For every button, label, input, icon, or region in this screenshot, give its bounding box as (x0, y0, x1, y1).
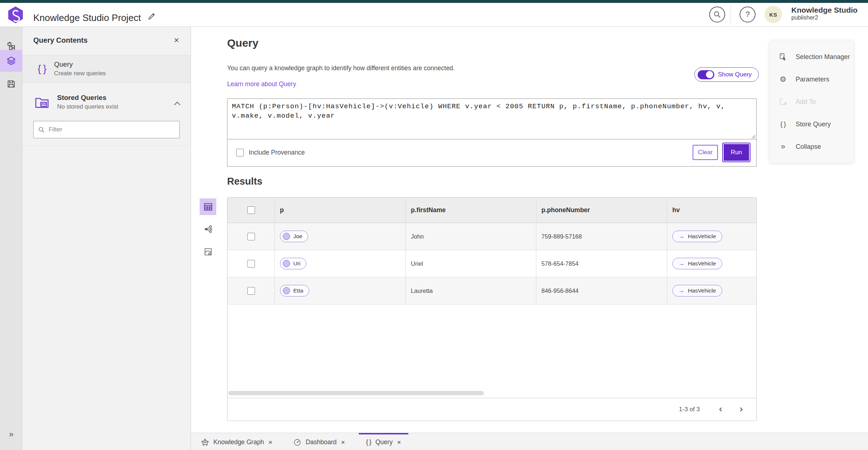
relationship-arrow-icon: → (678, 260, 685, 267)
pencil-icon (147, 12, 156, 21)
double-chevron-right-icon: » (778, 142, 788, 151)
chevron-right-icon (738, 407, 744, 412)
close-tab-icon[interactable]: × (397, 438, 401, 446)
entity-pill[interactable]: Joe (280, 231, 308, 242)
account-role: publisher2 (791, 14, 858, 21)
select-all-checkbox[interactable] (247, 206, 255, 214)
query-editor-container: MATCH (p:Person)-[hv:HasVehicle]->(v:Veh… (227, 98, 757, 167)
query-item-title: Query (54, 60, 106, 68)
row-checkbox[interactable] (247, 287, 255, 295)
table-body: Joe John 759-889-57168 →HasVehicle Uri U… (227, 223, 756, 304)
rail-save-button[interactable] (0, 73, 22, 95)
toggle-knob (706, 71, 713, 78)
braces-icon: { } (38, 63, 46, 75)
toggle-switch-on[interactable] (698, 70, 714, 79)
query-contents-panel: Query Contents × { } Query Create new qu… (22, 27, 191, 450)
header-divider (731, 4, 731, 25)
query-item-subtitle: Create new queries (54, 70, 106, 77)
query-contents-item-stored[interactable]: Stored Queries No stored queries exist (22, 89, 191, 116)
gear-icon: ⚙ (778, 75, 788, 84)
relationship-pill[interactable]: →HasVehicle (672, 231, 722, 242)
row-checkbox[interactable] (247, 233, 255, 240)
selection-manager-button[interactable]: Selection Manager (770, 46, 854, 68)
rail-layers-button[interactable] (0, 50, 22, 72)
entity-pill[interactable]: Etta (280, 285, 309, 297)
tab-query[interactable]: { } Query × (359, 433, 408, 450)
knowledge-studio-app: Knowledge Studio Project ? KS Knowledge … (0, 0, 868, 450)
table-row[interactable]: Uri Uriel 578-654-7854 →HasVehicle (227, 250, 756, 277)
tab-dashboard[interactable]: Dashboard × (286, 433, 352, 450)
column-header-firstname[interactable]: p.firstName (406, 198, 536, 223)
divider (22, 146, 191, 146)
learn-more-link[interactable]: Learn more about Query (227, 80, 296, 88)
dashboard-gauge-icon (293, 438, 301, 446)
query-contents-title: Query Contents (33, 36, 88, 45)
relationship-arrow-icon: → (678, 287, 685, 294)
cell-phonenumber: 578-654-7854 (536, 250, 667, 277)
entity-pill[interactable]: Uri (280, 258, 306, 269)
add-to-button: Add To (770, 91, 854, 113)
parameters-button[interactable]: ⚙ Parameters (770, 68, 854, 91)
action-label: Add To (796, 98, 816, 106)
filter-input[interactable] (48, 126, 175, 133)
entity-icon (283, 260, 290, 267)
previous-page-button[interactable] (715, 404, 727, 415)
link-chart-view-button[interactable] (200, 221, 216, 237)
top-accent-strip (0, 0, 868, 3)
table-row[interactable]: Joe John 759-889-57168 →HasVehicle (227, 223, 756, 250)
cell-phonenumber: 759-889-57168 (536, 223, 667, 250)
braces-icon: { } (778, 120, 788, 128)
query-text-input[interactable]: MATCH (p:Person)-[hv:HasVehicle]->(v:Veh… (227, 99, 756, 139)
query-actions-panel: Selection Manager ⚙ Parameters Add To { … (770, 41, 854, 163)
search-icon (713, 10, 721, 18)
left-rail: » (0, 27, 22, 450)
relationship-pill[interactable]: →HasVehicle (672, 285, 722, 297)
entity-icon (283, 287, 290, 294)
row-checkbox[interactable] (247, 260, 255, 268)
column-header-phonenumber[interactable]: p.phoneNumber (536, 198, 667, 223)
store-query-button[interactable]: { } Store Query (770, 113, 854, 135)
table-view-button[interactable] (200, 198, 216, 215)
question-mark-icon: ? (745, 10, 750, 19)
search-button[interactable] (709, 7, 725, 22)
include-provenance-checkbox[interactable] (236, 149, 244, 156)
selection-manager-icon (779, 52, 787, 61)
page-title: Query (227, 37, 259, 49)
action-label: Parameters (796, 76, 829, 83)
map-icon (204, 247, 213, 256)
column-header-hv[interactable]: hv (667, 198, 756, 223)
close-panel-button[interactable]: × (170, 34, 183, 46)
query-contents-header: Query Contents × (22, 27, 191, 55)
clear-button[interactable]: Clear (693, 145, 718, 160)
resize-grip-icon[interactable] (751, 134, 756, 139)
chevron-up-icon[interactable] (173, 101, 181, 106)
table-row[interactable]: Etta Lauretta 846-956-8644 →HasVehicle (227, 277, 756, 304)
edit-title-button[interactable] (145, 10, 158, 22)
show-query-toggle[interactable]: Show Query (694, 67, 759, 82)
next-page-button[interactable] (735, 404, 747, 415)
results-title: Results (227, 176, 263, 187)
run-button[interactable]: Run (723, 143, 750, 161)
horizontal-scrollbar-thumb[interactable] (228, 391, 484, 395)
close-tab-icon[interactable]: × (268, 438, 272, 446)
column-header-p[interactable]: p (275, 198, 406, 223)
account-name: Knowledge Studio (791, 6, 858, 14)
stored-queries-folder-icon (35, 96, 49, 109)
entity-icon (283, 233, 290, 240)
help-button[interactable]: ? (740, 7, 756, 22)
relationship-pill[interactable]: →HasVehicle (672, 258, 722, 269)
tab-knowledge-graph[interactable]: Knowledge Graph × (194, 433, 280, 450)
filter-search-icon (38, 126, 45, 134)
knowledge-graph-icon (201, 438, 209, 446)
add-to-icon (779, 97, 787, 106)
tab-label: Knowledge Graph (213, 438, 264, 446)
collapse-panel-button[interactable]: » Collapse (770, 135, 854, 158)
query-contents-item-query[interactable]: { } Query Create new queries (22, 55, 191, 83)
pagination-range: 1-3 of 3 (679, 406, 700, 413)
user-avatar[interactable]: KS (765, 6, 782, 23)
show-query-label: Show Query (718, 71, 752, 78)
rail-expand-button[interactable]: » (0, 430, 22, 439)
relationship-arrow-icon: → (678, 233, 685, 240)
close-tab-icon[interactable]: × (341, 438, 345, 446)
map-view-button[interactable] (200, 243, 216, 260)
